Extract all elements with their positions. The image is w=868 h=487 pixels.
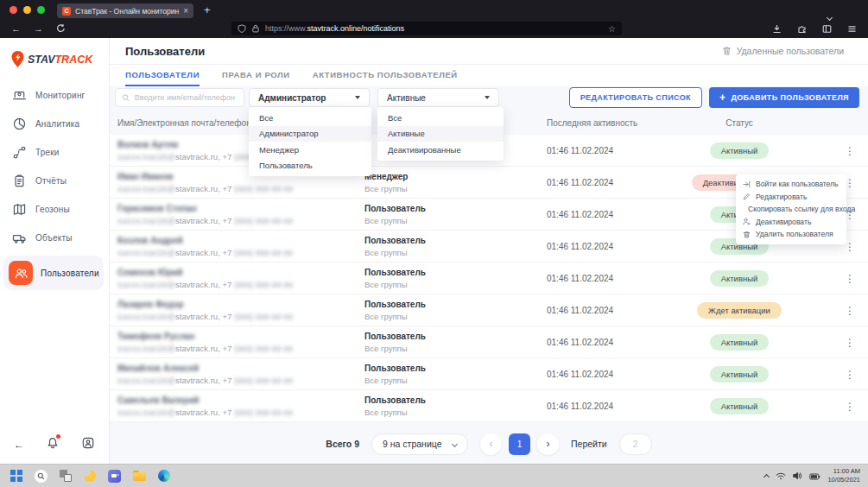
sidebar-item-objects[interactable]: Объекты (0, 224, 109, 252)
collapse-sidebar-icon[interactable]: ← (14, 439, 24, 451)
sidebar-toggle-icon[interactable] (822, 24, 832, 34)
role-dropdown-option[interactable]: Администратор (249, 126, 371, 142)
row-menu-kebab-icon[interactable]: ⋮ (845, 369, 855, 381)
role-dropdown-option[interactable]: Все (249, 110, 371, 126)
chat-teams-icon[interactable] (108, 469, 121, 483)
menu-deactivate[interactable]: Деактивировать (736, 216, 846, 229)
taskbar-clock[interactable]: 11:00 AM 10/05/2021 (827, 467, 860, 485)
user-name: Козлов Андрей (117, 236, 360, 245)
notification-dot (56, 434, 60, 439)
tab-close-icon[interactable]: × (183, 7, 188, 16)
last-activity: 01:46 11.02.2024 (542, 274, 662, 283)
tab-rights-roles[interactable]: ПРАВА И РОЛИ (222, 65, 290, 86)
current-page-button[interactable]: 1 (509, 433, 530, 455)
table-row: Михайлов Алексей ivanov.ivan26@stavtrack… (110, 358, 868, 390)
reports-icon (10, 173, 28, 190)
table-row: Семенов Юрий ivanov.ivan26@stavtrack.ru,… (110, 262, 868, 294)
row-menu-kebab-icon[interactable]: ⋮ (845, 241, 855, 253)
goto-page-input[interactable]: 2 (619, 433, 652, 455)
search-input[interactable] (135, 93, 238, 102)
person-deactivate-icon (743, 218, 751, 225)
edge-browser-icon[interactable] (158, 469, 170, 483)
row-menu-kebab-icon[interactable]: ⋮ (845, 273, 855, 285)
last-activity: 01:46 11.02.2024 (542, 338, 662, 347)
menu-login-as-user[interactable]: Войти как пользователь (736, 178, 846, 191)
pagination: Всего 9 9 на странице ‹ 1 › Перейти 2 (110, 422, 868, 464)
forward-button[interactable]: → (34, 23, 43, 34)
row-menu-kebab-icon[interactable]: ⋮ (845, 337, 855, 349)
sidebar-item-monitoring[interactable]: Мониторинг (0, 81, 109, 110)
taskbar-search-icon[interactable] (35, 469, 48, 483)
night-light-moon-icon[interactable] (84, 469, 96, 483)
user-name: Герасимов Степан (117, 204, 360, 213)
user-role: Пользователь (364, 364, 542, 373)
sidebar-item-reports[interactable]: Отчёты (0, 167, 109, 195)
tab-user-activity[interactable]: АКТИВНОСТЬ ПОЛЬЗОВАТЕЛЕЙ (313, 65, 458, 86)
wifi-icon[interactable] (776, 468, 786, 484)
next-page-button[interactable]: › (537, 433, 559, 455)
last-activity: 01:46 11.02.2024 (542, 210, 662, 219)
tray-expand-chevron-icon[interactable] (763, 474, 770, 480)
logo-pin-icon (10, 50, 25, 69)
last-activity: 01:46 11.02.2024 (542, 178, 662, 187)
main-content: Пользователи Удаленные пользователи ПОЛЬ… (110, 38, 868, 464)
prev-page-button[interactable]: ‹ (480, 433, 502, 455)
menu-delete-user[interactable]: Удалить пользователя (736, 228, 846, 241)
tab-users[interactable]: ПОЛЬЗОВАТЕЛИ (125, 65, 200, 86)
status-badge: Активный (710, 270, 770, 287)
total-count: Всего 9 (326, 439, 359, 449)
status-dropdown-option[interactable]: Деактивированные (377, 142, 504, 158)
sidebar: STAVTRACK Мониторинг Аналитика Треки (0, 38, 110, 464)
menu-edit[interactable]: Редактировать (736, 191, 846, 204)
trash-icon (743, 231, 751, 238)
sidebar-item-analytics[interactable]: Аналитика (0, 110, 109, 138)
sidebar-item-tracks[interactable]: Треки (0, 138, 109, 167)
menu-copy-login-link[interactable]: Скопировать ссылку для входа (736, 203, 846, 216)
edit-list-button[interactable]: РЕДАКТИРОВАТЬ СПИСОК (569, 87, 702, 108)
per-page-select[interactable]: 9 на странице (371, 433, 468, 455)
deleted-users-link[interactable]: Удаленные пользователи (722, 46, 844, 56)
shield-icon[interactable] (238, 21, 246, 36)
row-menu-kebab-icon[interactable]: ⋮ (845, 305, 855, 317)
new-tab-button[interactable]: + (204, 3, 211, 16)
role-dropdown-option[interactable]: Менеджер (249, 142, 371, 158)
lock-icon[interactable] (251, 21, 260, 36)
window-zoom-button[interactable] (37, 6, 45, 14)
extensions-icon[interactable] (797, 24, 807, 34)
add-user-button[interactable]: + ДОБАВИТЬ ПОЛЬЗОВАТЕЛЯ (709, 87, 859, 108)
sidebar-item-geozones[interactable]: Геозоны (0, 195, 109, 224)
user-role: Пользователь (364, 236, 542, 245)
row-menu-kebab-icon[interactable]: ⋮ (845, 145, 855, 157)
file-explorer-icon[interactable] (133, 469, 146, 483)
menu-hamburger-icon[interactable] (847, 24, 857, 34)
status-filter-select[interactable]: Активные (377, 88, 499, 107)
url-bar[interactable]: https://www.stavtrack.online/notificatio… (231, 22, 622, 35)
volume-icon[interactable] (793, 468, 802, 484)
last-activity: 01:46 11.02.2024 (542, 402, 662, 411)
notifications-bell-icon[interactable] (46, 436, 60, 453)
battery-icon[interactable] (809, 468, 820, 484)
sidebar-menu: Мониторинг Аналитика Треки Отчёты (0, 81, 109, 290)
window-close-button[interactable] (10, 6, 17, 14)
reload-button[interactable] (56, 23, 66, 35)
windows-start-button[interactable] (10, 469, 22, 483)
goto-label: Перейти (571, 439, 607, 449)
status-dropdown-option[interactable]: Активные (377, 126, 504, 142)
row-menu-kebab-icon[interactable]: ⋮ (845, 401, 855, 413)
status-badge: Активный (710, 366, 770, 383)
search-box[interactable] (115, 88, 244, 107)
back-button[interactable]: ← (11, 23, 21, 34)
browser-tab[interactable]: С СтавТрак - Онлайн мониторин × (57, 3, 193, 18)
role-dropdown-option[interactable]: Пользователь (249, 158, 371, 174)
task-view-icon[interactable] (60, 469, 72, 483)
profile-icon[interactable] (81, 436, 95, 453)
download-icon[interactable] (772, 24, 782, 34)
user-contact: ivanov.ivan26@stavtrack.ru, +7 (999) 999… (117, 280, 360, 289)
sidebar-item-users[interactable]: Пользователи (3, 256, 104, 290)
window-minimize-button[interactable] (23, 6, 31, 14)
user-contact: ivanov.ivan26@stavtrack.ru, +7 (999) 999… (117, 216, 360, 225)
bookmark-star-icon[interactable]: ☆ (608, 24, 616, 34)
role-filter-select[interactable]: Администратор (249, 88, 370, 107)
status-dropdown-option[interactable]: Все (377, 110, 504, 126)
table-row: Савельев Валерий ivanov.ivan26@stavtrack… (110, 390, 868, 422)
